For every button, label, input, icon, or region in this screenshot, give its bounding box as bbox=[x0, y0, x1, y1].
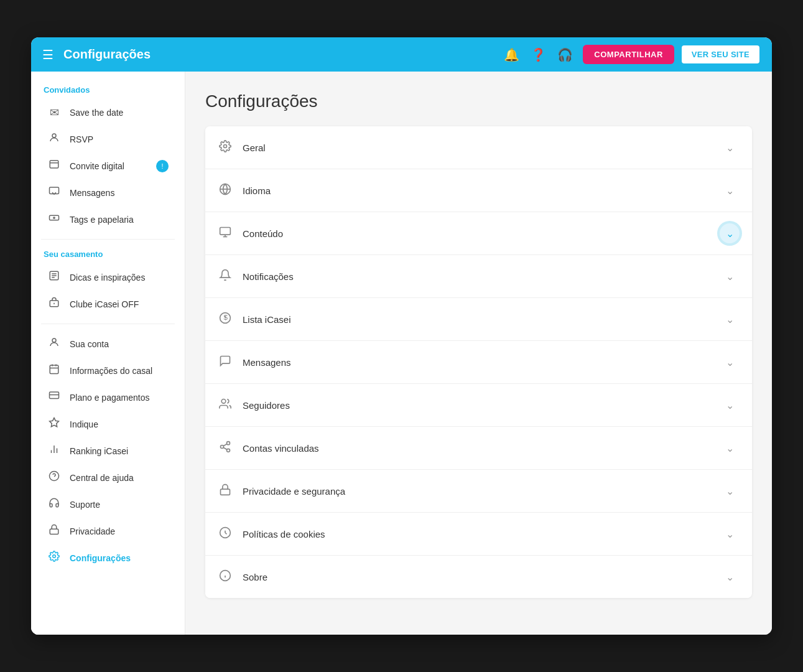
svg-point-0 bbox=[52, 134, 56, 138]
section-seu-casamento-label: Seu casamento bbox=[31, 246, 185, 264]
accordion-item-mensagens[interactable]: Mensagens ⌄ bbox=[205, 341, 752, 384]
svg-text:$: $ bbox=[224, 313, 228, 321]
sidebar-item-configuracoes[interactable]: Configurações bbox=[35, 544, 181, 571]
svg-point-26 bbox=[224, 144, 227, 147]
sidebar-item-tags-e-papelaria[interactable]: Tags e papelaria bbox=[35, 206, 181, 233]
bell-icon[interactable]: 🔔 bbox=[504, 47, 519, 62]
idioma-chevron: ⌄ bbox=[720, 180, 740, 200]
notificacoes-chevron: ⌄ bbox=[720, 266, 740, 286]
lista-icasei-label: Lista iCasei bbox=[243, 314, 710, 325]
sua-conta-label: Sua conta bbox=[70, 339, 109, 349]
rsvp-icon bbox=[47, 132, 61, 146]
svg-rect-1 bbox=[50, 161, 58, 168]
svg-rect-29 bbox=[220, 227, 231, 235]
suporte-icon bbox=[47, 497, 61, 511]
svg-point-37 bbox=[227, 441, 230, 444]
convite-digital-label: Convite digital bbox=[70, 161, 124, 171]
privacidade-seguranca-chevron: ⌄ bbox=[720, 481, 740, 501]
accordion-item-idioma[interactable]: Idioma ⌄ bbox=[205, 169, 752, 212]
accordion-item-seguidores[interactable]: Seguidores ⌄ bbox=[205, 384, 752, 427]
sidebar-item-central-ajuda[interactable]: Central de ajuda bbox=[35, 464, 181, 491]
plano-label: Plano e pagamentos bbox=[70, 393, 149, 403]
mensagens-acc-icon bbox=[218, 355, 233, 370]
svg-point-36 bbox=[221, 399, 226, 403]
accordion-item-conteudo[interactable]: Conteúdo ⌄ bbox=[205, 212, 752, 255]
informacoes-label: Informações do casal bbox=[70, 366, 152, 376]
accordion-item-sobre[interactable]: Sobre ⌄ bbox=[205, 556, 752, 598]
sobre-label: Sobre bbox=[243, 572, 710, 582]
indique-icon bbox=[47, 417, 61, 431]
sidebar-item-dicas[interactable]: Dicas e inspirações bbox=[35, 264, 181, 291]
svg-rect-3 bbox=[50, 187, 59, 194]
idioma-label: Idioma bbox=[243, 185, 710, 196]
sidebar-item-informacoes-casal[interactable]: Informações do casal bbox=[35, 357, 181, 384]
svg-marker-18 bbox=[50, 418, 59, 427]
sidebar-item-rsvp[interactable]: RSVP bbox=[35, 126, 181, 152]
svg-rect-12 bbox=[50, 365, 58, 374]
contas-vinculadas-label: Contas vinculadas bbox=[243, 443, 710, 454]
sidebar-item-sua-conta[interactable]: Sua conta bbox=[35, 330, 181, 357]
lista-icasei-icon: $ bbox=[218, 312, 233, 327]
topbar-icons: 🔔 ❓ 🎧 bbox=[504, 47, 573, 62]
section-convidados-label: Convidados bbox=[31, 82, 185, 100]
conteudo-chevron[interactable]: ⌄ bbox=[720, 223, 740, 243]
ranking-label: Ranking iCasei bbox=[70, 446, 128, 456]
mensagens-acc-label: Mensagens bbox=[243, 357, 710, 368]
sidebar-item-indique[interactable]: Indique bbox=[35, 411, 181, 437]
sidebar-item-save-the-date[interactable]: ✉ Save the date bbox=[35, 100, 181, 126]
indique-label: Indique bbox=[70, 419, 98, 429]
informacoes-icon bbox=[47, 363, 61, 378]
rsvp-label: RSVP bbox=[70, 134, 93, 144]
svg-rect-42 bbox=[221, 489, 230, 495]
geral-chevron: ⌄ bbox=[720, 138, 740, 157]
accordion-item-contas-vinculadas[interactable]: Contas vinculadas ⌄ bbox=[205, 427, 752, 470]
notificacoes-label: Notificações bbox=[243, 271, 710, 282]
politicas-cookies-label: Políticas de cookies bbox=[243, 529, 710, 539]
seguidores-chevron: ⌄ bbox=[720, 395, 740, 415]
accordion-item-geral[interactable]: Geral ⌄ bbox=[205, 126, 752, 169]
svg-point-39 bbox=[227, 449, 230, 452]
sidebar-divider-1 bbox=[41, 239, 175, 240]
plano-icon bbox=[47, 390, 61, 404]
lista-icasei-chevron: ⌄ bbox=[720, 309, 740, 329]
menu-icon[interactable]: ☰ bbox=[42, 47, 53, 62]
privacidade-seguranca-icon bbox=[218, 483, 233, 499]
tags-icon bbox=[47, 212, 61, 226]
sidebar-item-plano-pagamentos[interactable]: Plano e pagamentos bbox=[35, 384, 181, 411]
main-layout: Convidados ✉ Save the date RSVP Convite … bbox=[31, 72, 772, 635]
help-icon[interactable]: ❓ bbox=[531, 47, 546, 62]
sobre-chevron: ⌄ bbox=[720, 567, 740, 587]
dicas-icon bbox=[47, 270, 61, 284]
view-site-button[interactable]: VER SEU SITE bbox=[680, 44, 761, 65]
convite-digital-icon bbox=[47, 159, 61, 173]
tags-label: Tags e papelaria bbox=[70, 215, 134, 225]
contas-vinculadas-chevron: ⌄ bbox=[720, 438, 740, 458]
accordion-item-politicas-cookies[interactable]: Políticas de cookies ⌄ bbox=[205, 513, 752, 556]
sua-conta-icon bbox=[47, 337, 61, 351]
accordion-item-lista-icasei[interactable]: $ Lista iCasei ⌄ bbox=[205, 298, 752, 341]
notificacoes-icon bbox=[218, 269, 233, 284]
ranking-icon bbox=[47, 444, 61, 458]
share-button[interactable]: COMPARTILHAR bbox=[583, 45, 674, 64]
privacidade-label: Privacidade bbox=[70, 526, 115, 536]
sidebar-item-ranking[interactable]: Ranking iCasei bbox=[35, 437, 181, 464]
idioma-icon bbox=[218, 183, 233, 198]
sidebar-divider-2 bbox=[41, 324, 175, 324]
sidebar-item-mensagens[interactable]: Mensagens bbox=[35, 179, 181, 206]
support-icon[interactable]: 🎧 bbox=[557, 47, 573, 62]
accordion-item-privacidade-seguranca[interactable]: Privacidade e segurança ⌄ bbox=[205, 470, 752, 513]
clube-icon bbox=[47, 297, 61, 311]
sidebar-item-clube-icasei[interactable]: Clube iCasei OFF bbox=[35, 291, 181, 317]
save-the-date-label: Save the date bbox=[70, 108, 123, 118]
configuracoes-icon bbox=[47, 551, 61, 565]
sidebar-item-convite-digital[interactable]: Convite digital ! bbox=[35, 152, 181, 179]
sidebar-item-suporte[interactable]: Suporte bbox=[35, 491, 181, 518]
topbar: ☰ Configurações 🔔 ❓ 🎧 COMPARTILHAR VER S… bbox=[31, 37, 772, 72]
sidebar-item-privacidade[interactable]: Privacidade bbox=[35, 518, 181, 544]
settings-accordion: Geral ⌄ Idioma ⌄ Conteúdo bbox=[205, 126, 752, 598]
clube-label: Clube iCasei OFF bbox=[70, 299, 139, 309]
geral-icon bbox=[218, 140, 233, 156]
conteudo-label: Conteúdo bbox=[243, 228, 710, 239]
accordion-item-notificacoes[interactable]: Notificações ⌄ bbox=[205, 255, 752, 298]
privacidade-icon bbox=[47, 524, 61, 538]
